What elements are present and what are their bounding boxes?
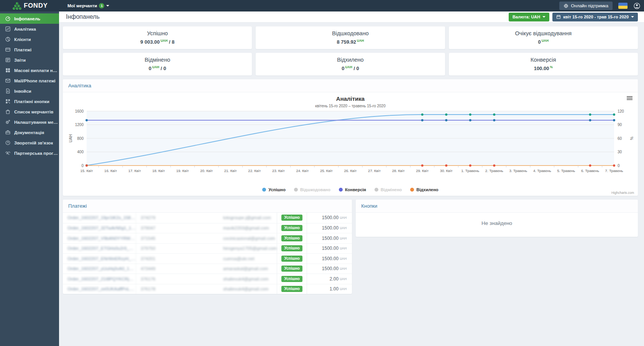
stat-cards: Успішно9 003.00UAH / 8Відшкодовано8 759.… <box>63 26 638 75</box>
sidebar-item-analytics[interactable]: Аналітика <box>0 24 59 34</box>
buttons-panel: Кнопки Не знайдено <box>356 200 638 237</box>
sidebar-item-label: Партнерська програма <box>14 151 59 156</box>
sidebar-item-merchant-list[interactable]: Список мерчантів <box>0 107 59 117</box>
sidebar-item-payments[interactable]: Платежі <box>0 44 59 55</box>
ukraine-flag-icon[interactable] <box>618 3 628 9</box>
analytics-chart-svg: 040080012001600030609012015. Квіт16. Кві… <box>67 108 634 183</box>
sidebar-item-label: Платежі <box>14 48 31 52</box>
legend-label: Відмінено <box>381 187 402 192</box>
legend-item-Успішно[interactable]: Успішно <box>262 187 286 192</box>
legend-item-Відмінено[interactable]: Відмінено <box>375 187 402 192</box>
email-cell: cocinicasional@gmail.com <box>182 236 277 241</box>
amount-currency: UAH <box>340 277 347 281</box>
buttons-panel-heading: Кнопки <box>356 200 638 213</box>
pie-chart-icon <box>5 36 11 42</box>
svg-text:120: 120 <box>618 109 624 113</box>
stat-title: Відшкодовано <box>332 30 368 36</box>
amount-currency: UAH <box>340 226 347 230</box>
svg-text:21. Квіт: 21. Квіт <box>224 169 237 173</box>
svg-text:2. Травень: 2. Травень <box>485 169 503 173</box>
sidebar-item-documentation[interactable]: Документація <box>0 127 59 138</box>
payment-row[interactable]: Order_1602207_19pr1tK2s_1588863691374279… <box>63 213 352 223</box>
stat-unit: UAH <box>357 39 364 43</box>
sidebar-item-feedback[interactable]: Зворотній зв'язок <box>0 138 59 148</box>
amount-currency: UAH <box>340 257 347 261</box>
svg-text:%: % <box>629 137 634 140</box>
stat-card: Відхилено0UAH / 0 <box>256 53 445 75</box>
date-range-button[interactable]: квіт 15-го 2020 - трав 15-го 2020 <box>552 13 638 21</box>
svg-text:16. Квіт: 16. Квіт <box>104 169 117 173</box>
sidebar-item-merchant-settings[interactable]: Налаштування мерчанта <box>0 117 59 127</box>
sidebar-item-mail-phone[interactable]: Mail/Phone платежі <box>0 75 59 86</box>
payments-table: Order_1602207_19pr1tK2s_1588863691374279… <box>63 213 352 294</box>
payment-row[interactable]: Order_1602207_32TwArN0g1_158878474379047… <box>63 223 352 233</box>
svg-text:1200: 1200 <box>75 123 84 127</box>
svg-text:29. Квіт: 29. Квіт <box>416 169 429 173</box>
chart-title: Аналітика <box>67 95 634 102</box>
status-badge: Успішно <box>281 245 302 251</box>
svg-text:0: 0 <box>81 164 84 168</box>
payment-row[interactable]: Order_1602207_ENrWeERzyH_158824806237420… <box>63 253 352 264</box>
sidebar-item-mass-payouts[interactable]: Масові виплати на карти <box>0 65 59 75</box>
sidebar-item-dashboard[interactable]: Інфопанель <box>0 13 59 24</box>
gears-icon <box>5 119 11 125</box>
stat-unit: UAH <box>161 39 168 43</box>
svg-text:3. Травень: 3. Травень <box>509 169 527 173</box>
fondy-logo-icon <box>13 2 21 10</box>
amount-currency: UAH <box>340 236 347 240</box>
amount-cell: 1500.00UAH <box>307 244 352 254</box>
chevron-down-icon <box>542 16 545 18</box>
svg-text:18. Квіт: 18. Квіт <box>152 169 165 173</box>
currency-button[interactable]: Валюта: UAH <box>509 13 549 21</box>
sidebar-item-label: Аналітика <box>14 27 36 31</box>
analytics-chart: 040080012001600030609012015. Квіт16. Кві… <box>67 108 634 184</box>
legend-dot-icon <box>375 188 378 192</box>
sidebar-item-partner-program[interactable]: Партнерська програма <box>0 148 59 158</box>
sidebar-item-reports[interactable]: Звіти <box>0 55 59 65</box>
legend-item-Відхилено[interactable]: Відхилено <box>410 187 438 192</box>
legend-dot-icon <box>339 188 343 192</box>
svg-text:1600: 1600 <box>75 109 84 113</box>
stat-card: Відшкодовано8 759.92UAH <box>256 26 445 49</box>
fondy-logo[interactable]: FONDY <box>0 2 59 10</box>
amount-cell: 1.00UAH <box>307 284 352 294</box>
payment-row[interactable]: Order_1602207_yUuHq3vA0_1588179175473449… <box>63 264 352 274</box>
payment-id-cell: 379047 <box>136 223 182 233</box>
content: Успішно9 003.00UAH / 8Відшкодовано8 759.… <box>59 23 644 294</box>
order-id-cell: Order_1602207_ze0UKAaffPnL_158695327 <box>63 287 136 291</box>
topbar-right: Онлайн підтримка <box>559 2 644 10</box>
payment-id-cell: 374201 <box>136 254 182 264</box>
sidebar-item-pay-buttons[interactable]: Платіжні кнопки <box>0 96 59 107</box>
svg-text:400: 400 <box>77 150 84 154</box>
svg-text:19. Квіт: 19. Квіт <box>176 169 189 173</box>
sidebar-item-label: Масові виплати на карти <box>14 68 59 73</box>
my-merchants-dropdown[interactable]: Мої мерчанти 1 <box>67 3 109 8</box>
analytics-panel: Аналітика Аналітика квітень 15-го 2020 –… <box>63 79 638 196</box>
status-badge: Успішно <box>281 276 302 282</box>
payment-row[interactable]: Order_1602207_ze0UKAaffPnL_1586953273761… <box>63 284 352 294</box>
order-id-cell: Order_1602207_21I8PQYKCRj_158845542 <box>63 277 136 281</box>
stat-title: Конверсія <box>531 57 556 63</box>
svg-text:60: 60 <box>618 136 622 141</box>
stat-title: Успішно <box>147 30 168 36</box>
stat-card: Відмінено0UAH / 0 <box>63 53 252 75</box>
status-cell: Успішно <box>277 244 307 254</box>
highcharts-credit-link[interactable]: Highcharts.com <box>611 191 634 195</box>
legend-label: Конверсія <box>345 187 366 192</box>
user-account-icon[interactable] <box>633 2 641 10</box>
payment-row[interactable]: Order_1602207_ETGHs0u2r9_158832791237975… <box>63 243 352 254</box>
chart-export-menu-icon[interactable] <box>627 96 632 101</box>
envelope-icon <box>5 78 11 84</box>
sidebar-item-label: Клієнти <box>14 37 31 42</box>
payment-id-cell: 379750 <box>136 244 182 254</box>
dashboard-icon <box>5 16 11 21</box>
status-badge: Успішно <box>281 225 302 231</box>
online-support-button[interactable]: Онлайн підтримка <box>559 2 613 10</box>
legend-item-Конверсія[interactable]: Конверсія <box>339 187 366 192</box>
payment-row[interactable]: Order_1602207_21I8PQYKCRj_15884554237617… <box>63 274 352 284</box>
qr-icon <box>5 98 11 104</box>
payment-row[interactable]: Order_1602207_V9bAN0YYRW_158841418371545… <box>63 233 352 243</box>
legend-item-Відшкодовано[interactable]: Відшкодовано <box>294 187 330 192</box>
sidebar-item-invoices[interactable]: Інвойси <box>0 86 59 96</box>
sidebar-item-clients[interactable]: Клієнти <box>0 34 59 44</box>
